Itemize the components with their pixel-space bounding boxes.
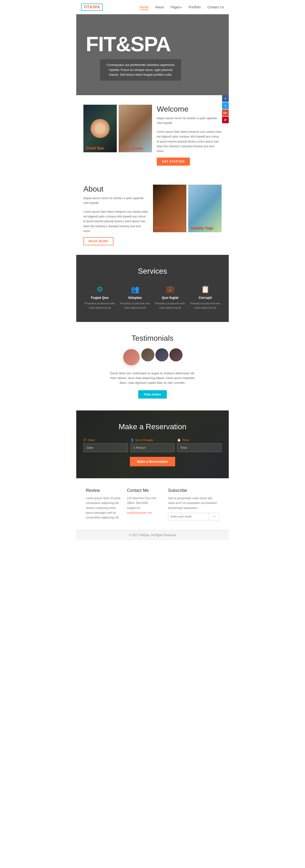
service-item-4: 📋 Corrupti Phasellus at placerat ante nu…	[189, 285, 222, 310]
logo[interactable]: FIT&SPA	[81, 4, 103, 11]
about-subtitle: Itaque earum rerum hic tenetur a optio s…	[83, 196, 148, 206]
subscribe-input-wrap: →	[168, 513, 219, 520]
read-more-button[interactable]: READ MORE	[83, 237, 113, 245]
footer-review-text: Lorem ipsum dolor sit amet, consectetur …	[86, 496, 122, 520]
service-icon-2: 👥	[119, 285, 151, 293]
welcome-heading: Welcome	[157, 105, 222, 114]
time-icon: ⏰	[177, 438, 181, 442]
social-twitter-button[interactable]: t	[222, 102, 229, 109]
subscribe-arrow-button[interactable]: →	[209, 513, 219, 520]
gym-image-label: Gym Center	[121, 146, 143, 150]
nav-link-contact[interactable]: Contact Us	[207, 5, 224, 9]
spa-image-card: Good Spa	[83, 105, 117, 152]
spa-decoration	[90, 119, 110, 138]
avatar-3	[155, 348, 168, 362]
nav-item-about[interactable]: About	[155, 5, 164, 9]
service-title-2: Voluptas	[119, 296, 151, 300]
about-images: Best Salon Healthy Yoga	[153, 185, 222, 232]
nav-item-home[interactable]: Home	[140, 5, 148, 9]
footer-contact-support: Support to: mail@example.com	[127, 506, 163, 516]
make-reservation-button[interactable]: Make a Reservation	[130, 457, 175, 466]
nav-link-pages[interactable]: Pages	[171, 5, 182, 9]
nav-link-home[interactable]: Home	[140, 5, 148, 10]
copyright-text: © 2017 Fit&Spa. All Rights Reserved	[129, 533, 176, 537]
welcome-image-row: Good Spa Gym Center	[83, 105, 152, 152]
welcome-subtitle: Itaque earum rerum hic tenetur a optio s…	[157, 116, 222, 126]
yoga-image-card: Healthy Yoga	[188, 185, 222, 232]
service-text-1: Phasellus at placerat ante nulla adipisc…	[83, 302, 116, 310]
footer-contact-col: Contact Me 123 NewYork City USA. Office:…	[124, 488, 166, 520]
footer-top: Review Lorem ipsum dolor sit amet, conse…	[76, 478, 229, 530]
gym-image-card: Gym Center	[119, 105, 152, 152]
date-label: 🗓 Date :	[83, 438, 128, 442]
about-body: Lorem ipsum Nam libero tempore cum solut…	[83, 209, 148, 234]
salon-image-card: Best Salon	[153, 185, 186, 232]
hero-section: FIT&SPA Consequatur aut perferendis dolo…	[76, 14, 229, 95]
footer-contact-email[interactable]: mail@example.com	[127, 511, 152, 515]
social-sidebar: f t G+ P	[222, 95, 229, 123]
service-item-2: 👥 Voluptas Phasellus at placerat ante nu…	[119, 285, 151, 310]
date-field-group: 🗓 Date :	[83, 438, 128, 452]
service-icon-1: ⚙	[83, 285, 116, 293]
subscribe-input[interactable]	[168, 513, 209, 520]
about-text: About Itaque earum rerum hic tenetur a o…	[83, 185, 148, 246]
reservation-heading: Make a Reservation	[83, 422, 222, 431]
people-field-group: 👤 No.of People :	[130, 438, 175, 452]
service-icon-3: 💼	[154, 285, 187, 293]
testimonial-button[interactable]: Filan Isteku	[138, 390, 167, 399]
people-label: 👤 No.of People :	[130, 438, 175, 442]
time-label: ⏰ Time :	[177, 438, 222, 442]
footer-contact-address: 123 NewYork City USA.	[127, 496, 163, 501]
hero-title: FIT&SPA	[86, 34, 171, 55]
reservation-fields: 🗓 Date : 👤 No.of People : ⏰ Time :	[83, 438, 222, 452]
services-heading: Services	[83, 267, 222, 276]
service-title-1: Fugiat Quo	[83, 296, 116, 300]
nav-links: Home About Pages Portfolio Contact Us	[140, 5, 224, 9]
service-title-4: Corrupti	[189, 296, 222, 300]
hero-description: Consequatur aut perferendis doloribus as…	[105, 63, 176, 77]
testimonials-section: Testimonials Donec libero dui, scelerisq…	[76, 322, 229, 410]
service-title-3: Quo fugiat	[154, 296, 187, 300]
social-facebook-button[interactable]: f	[222, 95, 229, 102]
welcome-section: Good Spa Gym Center Welcome Itaque earum…	[76, 95, 229, 175]
footer-subscribe-text: Sed ut perspiciatis unde omnis iste natu…	[168, 496, 219, 510]
service-text-3: Phasellus at placerat ante nulla adipisc…	[154, 302, 187, 310]
avatar-4	[169, 348, 183, 362]
footer-subscribe-col: Subscribe Sed ut perspiciatis unde omnis…	[166, 488, 222, 520]
navbar: FIT&SPA Home About Pages Portfolio Conta…	[76, 0, 229, 14]
salon-image-label: Best Salon	[155, 226, 174, 230]
time-field-group: ⏰ Time :	[177, 438, 222, 452]
nav-item-contact[interactable]: Contact Us	[207, 5, 224, 9]
nav-item-portfolio[interactable]: Portfolio	[189, 5, 201, 9]
welcome-images: Good Spa Gym Center	[83, 105, 152, 152]
welcome-body: Lorem ipsum Nam libero tempore cum solut…	[157, 129, 222, 154]
footer-review-heading: Review	[86, 488, 122, 493]
avatar-2	[141, 348, 155, 362]
service-text-2: Phasellus at placerat ante nulla adipisc…	[119, 302, 151, 310]
welcome-text: Welcome Itaque earum rerum hic tenetur a…	[157, 105, 222, 165]
footer-contact-office: Office: 908-0000	[127, 501, 163, 505]
get-started-button[interactable]: GET STARTED	[157, 157, 190, 165]
service-text-4: Phasellus at placerat ante nulla adipisc…	[189, 302, 222, 310]
time-input[interactable]	[177, 443, 222, 452]
about-section: About Itaque earum rerum hic tenetur a o…	[76, 175, 229, 255]
nav-link-portfolio[interactable]: Portfolio	[189, 5, 201, 9]
yoga-image-label: Healthy Yoga	[191, 226, 213, 230]
footer-bottom: © 2017 Fit&Spa. All Rights Reserved	[76, 530, 229, 540]
testimonials-heading: Testimonials	[83, 334, 222, 343]
about-heading: About	[83, 185, 148, 193]
testimonial-avatars	[83, 348, 222, 366]
service-item-3: 💼 Quo fugiat Phasellus at placerat ante …	[154, 285, 187, 310]
services-grid: ⚙ Fugiat Quo Phasellus at placerat ante …	[83, 285, 222, 310]
social-googleplus-button[interactable]: G+	[222, 110, 229, 116]
testimonial-text: Donec libero dui, scelerisque ac augue i…	[107, 371, 198, 385]
date-icon: 🗓	[83, 438, 86, 442]
nav-link-about[interactable]: About	[155, 5, 164, 9]
footer-review-col: Review Lorem ipsum dolor sit amet, conse…	[83, 488, 124, 520]
social-pinterest-button[interactable]: P	[222, 117, 229, 123]
nav-item-pages[interactable]: Pages	[171, 5, 182, 9]
service-icon-4: 📋	[189, 285, 222, 293]
date-input[interactable]	[83, 443, 128, 452]
avatar-1	[122, 348, 140, 366]
people-input[interactable]	[130, 443, 175, 452]
